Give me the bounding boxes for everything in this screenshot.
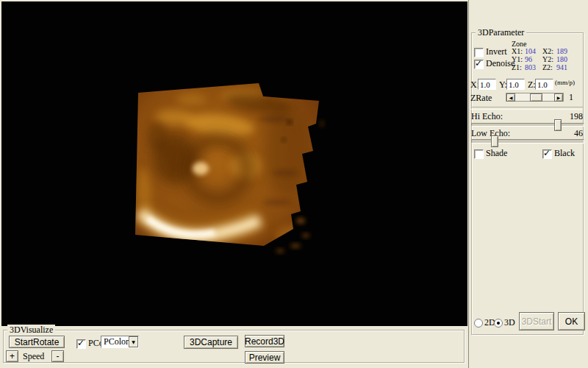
- zone-x1-value: 104: [525, 47, 536, 55]
- zrate-label: ZRate: [470, 93, 492, 104]
- denoise-label: Denoise: [486, 58, 514, 69]
- 3dcapture-button[interactable]: 3DCapture: [184, 336, 238, 349]
- zrate-value: 1: [569, 92, 573, 103]
- speed-label: Speed: [23, 351, 44, 362]
- shade-label: Shade: [486, 148, 507, 159]
- zone-x2-value: 189: [556, 47, 567, 55]
- pcolor-dropdown-value: PColor: [104, 336, 129, 347]
- shade-checkbox[interactable]: [474, 149, 484, 159]
- chevron-down-icon[interactable]: ▼: [129, 336, 138, 347]
- zone-z1-label: Z1:: [512, 63, 522, 71]
- scale-unit: (mm/p): [555, 79, 575, 86]
- zrate-thumb[interactable]: [530, 93, 542, 102]
- hi-echo-label: Hi Echo:: [471, 111, 503, 122]
- visualize-group-title: 3DVisualize: [7, 325, 55, 336]
- pcolor-checkbox[interactable]: [76, 339, 86, 349]
- ultrasound-image: [1, 1, 467, 326]
- parameter-groupbox: 3DParameter: [471, 32, 584, 335]
- zone-x1-label: X1:: [512, 47, 523, 55]
- app-window: 3DParameter Invert Denoise Zone X1: 104 …: [0, 0, 588, 368]
- low-echo-value: 46: [557, 128, 583, 139]
- speed-plus-button[interactable]: +: [6, 350, 18, 362]
- speed-minus-button[interactable]: -: [51, 350, 64, 362]
- zone-y1-label: Y1:: [512, 55, 523, 63]
- zone-y2-label: Y2:: [542, 55, 553, 63]
- mode-3d-radio[interactable]: [494, 319, 503, 328]
- low-echo-slider[interactable]: [471, 139, 584, 144]
- ok-button[interactable]: OK: [558, 312, 585, 330]
- mode-2d-radio[interactable]: [474, 319, 483, 328]
- zone-y1-value: 96: [525, 55, 532, 63]
- zone-x2-label: X2:: [542, 47, 553, 55]
- scale-z-field[interactable]: [535, 79, 553, 90]
- scale-y-field[interactable]: [506, 79, 525, 90]
- zone-y2-value: 180: [556, 55, 567, 63]
- pcolor-dropdown[interactable]: PColor ▼: [101, 336, 139, 348]
- parameter-panel: 3DParameter Invert Denoise Zone X1: 104 …: [468, 0, 588, 368]
- zrate-left-arrow-icon[interactable]: ◀: [506, 93, 515, 102]
- black-label: Black: [554, 148, 575, 159]
- 3d-viewport[interactable]: [1, 1, 467, 326]
- mode-3d-label: 3D: [504, 317, 515, 328]
- black-checkbox[interactable]: [542, 149, 552, 159]
- scale-x-field[interactable]: [478, 79, 496, 90]
- invert-label: Invert: [486, 46, 507, 57]
- separator: [471, 107, 583, 110]
- zone-z2-label: Z2:: [542, 63, 553, 71]
- parameter-group-title: 3DParameter: [476, 27, 526, 38]
- hi-echo-slider[interactable]: [471, 123, 584, 127]
- zone-z1-value: 803: [525, 63, 536, 71]
- low-echo-thumb[interactable]: [491, 135, 498, 147]
- start-rotate-button[interactable]: StartRotate: [9, 336, 65, 348]
- zone-z2-value: 941: [556, 63, 567, 71]
- invert-checkbox[interactable]: [474, 48, 484, 57]
- preview-button[interactable]: Preview: [245, 351, 284, 364]
- record3d-button[interactable]: Record3D: [245, 335, 284, 347]
- zrate-scrollbar[interactable]: ◀ ▶: [506, 93, 564, 102]
- 3dstart-button[interactable]: 3DStart: [519, 312, 554, 330]
- zrate-right-arrow-icon[interactable]: ▶: [554, 93, 563, 102]
- denoise-checkbox[interactable]: [474, 60, 484, 69]
